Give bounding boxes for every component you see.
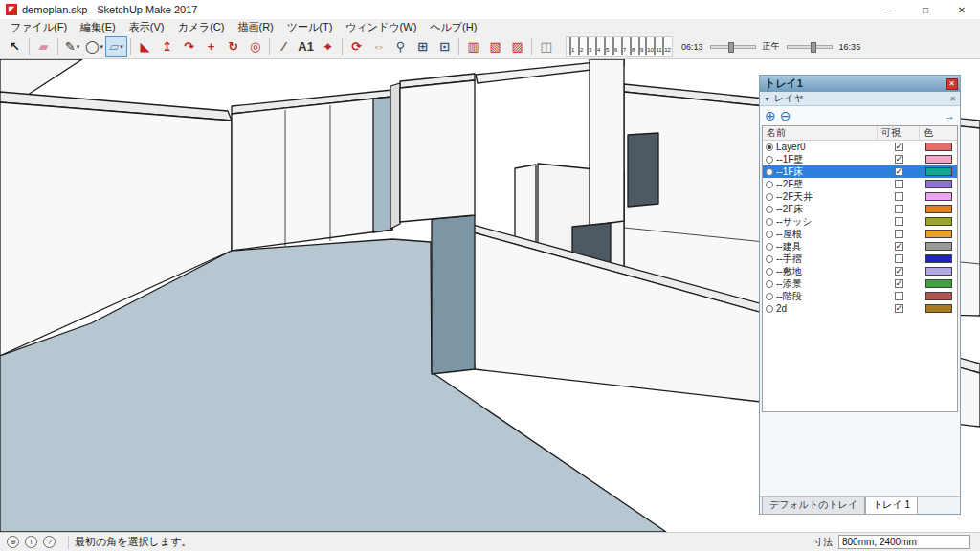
layer-row[interactable]: --建具 ✓ (763, 240, 957, 253)
layer-details-button[interactable]: → (944, 109, 955, 122)
layer-color-swatch[interactable] (925, 192, 952, 201)
layer-row[interactable]: --1F床 ✓ (763, 165, 957, 178)
info-icon[interactable]: i (25, 536, 37, 548)
visibility-checkbox[interactable]: ✓ (895, 217, 903, 226)
paint-bucket-tool[interactable]: ◣ ▾ (134, 36, 156, 57)
current-layer-radio[interactable] (766, 156, 773, 164)
tray-close-button[interactable]: ✕ (946, 78, 958, 90)
geolocation-icon[interactable]: ⊕ (7, 536, 19, 548)
layer-row[interactable]: --サッシ ✓ (763, 215, 957, 228)
visibility-checkbox[interactable]: ✓ (895, 167, 903, 176)
eraser-tool[interactable]: ▰ ▾ (33, 36, 55, 57)
collapse-icon[interactable]: ▼ (764, 96, 770, 102)
visibility-checkbox[interactable]: ✓ (895, 155, 903, 164)
current-layer-radio[interactable] (766, 218, 773, 226)
chevron-down-icon[interactable]: ▾ (100, 43, 104, 51)
current-layer-radio[interactable] (766, 305, 773, 313)
restore-button[interactable]: □ (907, 0, 944, 19)
offset-tool[interactable]: ◎ ▾ (244, 36, 266, 57)
minimize-button[interactable]: – (871, 0, 907, 19)
line-tool[interactable]: ✎ ▾ (61, 36, 83, 57)
time-slider[interactable] (710, 45, 756, 49)
close-button[interactable]: ✕ (944, 0, 980, 19)
visibility-checkbox[interactable]: ✓ (895, 267, 903, 276)
layer-color-swatch[interactable] (925, 267, 952, 276)
layer-color-swatch[interactable] (925, 292, 952, 300)
menu-item[interactable]: 描画(R) (231, 19, 279, 34)
chevron-down-icon[interactable]: ▾ (120, 43, 123, 51)
layers-section-close-button[interactable]: ✕ (949, 95, 956, 103)
time-slider-thumb[interactable] (728, 42, 734, 53)
chevron-down-icon[interactable]: ▾ (77, 43, 80, 51)
layer-row[interactable]: --屋根 ✓ (763, 228, 957, 240)
layer-color-swatch[interactable] (925, 167, 952, 176)
visibility-checkbox[interactable]: ✓ (895, 304, 903, 313)
menu-item[interactable]: 編集(E) (74, 19, 122, 34)
layer-color-swatch[interactable] (925, 230, 952, 238)
add-layer-button[interactable]: ⊕ (765, 108, 776, 123)
section-fill-tool[interactable]: ▧ ▾ (484, 36, 506, 57)
layer-row[interactable]: --1F壁 ✓ (763, 153, 957, 165)
measurements-input[interactable] (838, 535, 970, 549)
visibility-checkbox[interactable]: ✓ (895, 230, 903, 238)
current-layer-radio[interactable] (766, 255, 773, 263)
layer-color-swatch[interactable] (925, 242, 952, 251)
layer-color-swatch[interactable] (925, 279, 952, 288)
layer-color-swatch[interactable] (925, 205, 952, 213)
layers-section-header[interactable]: ▼ レイヤ ✕ (760, 92, 960, 106)
layer-row[interactable]: --2F天井 ✓ (763, 190, 957, 203)
current-layer-radio[interactable] (766, 280, 773, 288)
visibility-checkbox[interactable]: ✓ (895, 143, 903, 151)
layer-row[interactable]: --2F壁 ✓ (763, 178, 957, 190)
section-plane-tool[interactable]: ▥ ▾ (462, 36, 484, 57)
visibility-checkbox[interactable]: ✓ (895, 254, 903, 263)
layer-row[interactable]: --手摺 ✓ (763, 253, 957, 265)
section-display-tool[interactable]: ▨ ▾ (506, 36, 528, 57)
current-layer-radio[interactable] (766, 206, 773, 213)
current-layer-radio[interactable] (766, 193, 773, 201)
layer-color-swatch[interactable] (925, 180, 952, 188)
layer-row[interactable]: --敷地 ✓ (763, 265, 957, 277)
axes-tool[interactable]: ⌖ ▾ (317, 36, 339, 57)
current-layer-radio[interactable] (766, 143, 773, 151)
date-slider[interactable] (787, 45, 833, 49)
current-layer-radio[interactable] (766, 268, 773, 276)
column-header-name[interactable]: 名前 (763, 126, 878, 140)
push-pull-tool[interactable]: ↥ ▾ (156, 36, 178, 57)
visibility-checkbox[interactable]: ✓ (895, 292, 903, 300)
select-tool[interactable]: ↖ ▾ (4, 36, 26, 57)
date-slider-thumb[interactable] (811, 42, 816, 53)
menu-item[interactable]: ヘルプ(H) (423, 19, 483, 34)
layer-row[interactable]: 2d ✓ (763, 302, 957, 315)
layer-row[interactable]: --階段 ✓ (763, 290, 957, 302)
remove-layer-button[interactable]: ⊖ (780, 108, 791, 123)
text-tool[interactable]: A1 ▾ (295, 36, 317, 57)
layer-row[interactable]: --2F床 ✓ (763, 203, 957, 215)
shadows-toggle[interactable]: ◫ ▾ (535, 36, 557, 57)
current-layer-radio[interactable] (766, 168, 773, 176)
layer-row[interactable]: --添景 ✓ (763, 277, 957, 290)
visibility-checkbox[interactable]: ✓ (895, 242, 903, 251)
menu-item[interactable]: ウィンドウ(W) (339, 19, 423, 34)
current-layer-radio[interactable] (766, 293, 773, 300)
menu-item[interactable]: ツール(T) (280, 19, 340, 34)
zoom-window-tool[interactable]: ⊞ ▾ (412, 36, 434, 57)
layer-color-swatch[interactable] (925, 254, 952, 263)
menu-item[interactable]: カメラ(C) (170, 19, 231, 34)
tray-tab[interactable]: デフォルトのトレイ (762, 497, 865, 515)
current-layer-radio[interactable] (766, 231, 773, 238)
layer-color-swatch[interactable] (925, 304, 952, 313)
layer-color-swatch[interactable] (925, 155, 952, 164)
pan-tool[interactable]: ⇔ ▾ (368, 36, 390, 57)
move-tool[interactable]: + ▾ (200, 36, 222, 57)
zoom-extents-tool[interactable]: ⊡ ▾ (434, 36, 456, 57)
rectangle-tool[interactable]: ▱ ▾ (105, 36, 127, 57)
orbit-tool[interactable]: ⟳ ▾ (345, 36, 368, 57)
visibility-checkbox[interactable]: ✓ (895, 205, 903, 213)
column-header-color[interactable]: 色 (920, 126, 957, 140)
date-strip[interactable]: 1 2 3 4 5 (566, 36, 673, 57)
zoom-tool[interactable]: ⚲ ▾ (390, 36, 412, 57)
column-header-visible[interactable]: 可視 (878, 126, 920, 140)
help-icon[interactable]: ? (43, 536, 56, 548)
visibility-checkbox[interactable]: ✓ (895, 180, 903, 188)
